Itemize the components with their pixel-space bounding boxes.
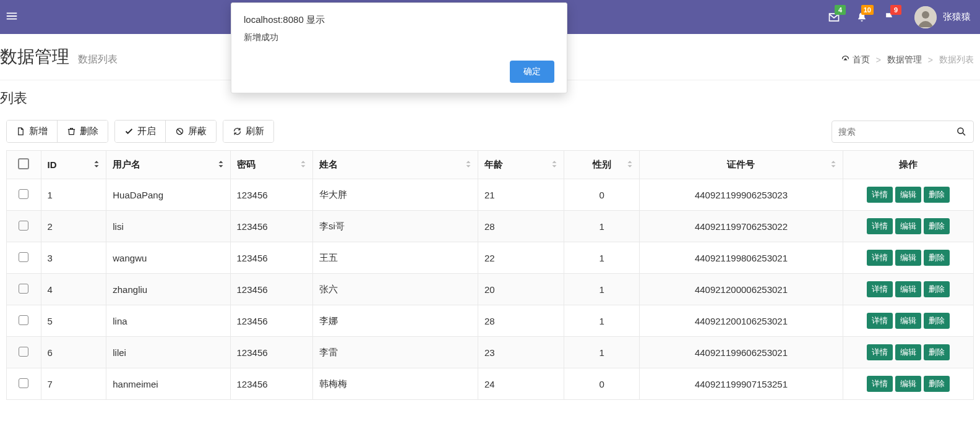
- sort-icon: [92, 159, 101, 170]
- cell-password: 123456: [230, 368, 312, 400]
- row-delete-button[interactable]: 删除: [924, 344, 950, 360]
- cell-sex: 1: [564, 305, 640, 337]
- cell-sex: 1: [564, 242, 640, 274]
- cell-cert: 440921199907153251: [640, 368, 843, 400]
- cell-username: hanmeimei: [106, 368, 230, 400]
- page-title: 数据管理: [0, 45, 69, 69]
- breadcrumb-sep: >: [928, 55, 933, 65]
- col-header-password[interactable]: 密码: [230, 151, 312, 179]
- detail-button[interactable]: 详情: [867, 250, 893, 266]
- dialog-ok-button[interactable]: 确定: [510, 61, 554, 83]
- delete-button[interactable]: 删除: [58, 121, 108, 142]
- breadcrumb-last: 数据列表: [939, 54, 974, 66]
- detail-button[interactable]: 详情: [867, 281, 893, 297]
- row-checkbox[interactable]: [19, 284, 28, 294]
- row-checkbox[interactable]: [19, 221, 28, 231]
- cell-id: 6: [41, 337, 106, 368]
- cell-username: HuaDaPang: [106, 179, 230, 211]
- edit-button[interactable]: 编辑: [895, 344, 921, 360]
- detail-button[interactable]: 详情: [867, 313, 893, 329]
- row-checkbox[interactable]: [19, 315, 28, 325]
- row-checkbox[interactable]: [19, 378, 28, 388]
- col-header-sex[interactable]: 性别: [564, 151, 640, 179]
- row-checkbox[interactable]: [19, 189, 28, 199]
- mail-badge: 4: [835, 5, 846, 15]
- cell-age: 28: [478, 305, 564, 337]
- select-all-checkbox[interactable]: [18, 158, 29, 169]
- detail-button[interactable]: 详情: [867, 218, 893, 234]
- search-input[interactable]: [838, 127, 956, 137]
- cell-name: 张六: [313, 274, 478, 305]
- enable-button[interactable]: 开启: [115, 121, 166, 142]
- detail-button[interactable]: 详情: [867, 187, 893, 203]
- col-header-username[interactable]: 用户名: [106, 151, 230, 179]
- cell-id: 3: [41, 242, 106, 274]
- row-delete-button[interactable]: 删除: [924, 250, 950, 266]
- table-row: 6lilei123456李雷231440921199606253021详情编辑删…: [7, 337, 974, 368]
- menu-toggle-button[interactable]: [0, 9, 31, 25]
- detail-button[interactable]: 详情: [867, 376, 893, 392]
- add-button[interactable]: 新增: [7, 121, 58, 142]
- refresh-button[interactable]: 刷新: [223, 121, 273, 142]
- cell-cert: 440921200006253021: [640, 274, 843, 305]
- page-subtitle: 数据列表: [78, 53, 118, 66]
- row-delete-button[interactable]: 删除: [924, 376, 950, 392]
- search-icon[interactable]: [956, 126, 967, 137]
- cell-ops: 详情编辑删除: [843, 305, 973, 337]
- cell-username: zhangliu: [106, 274, 230, 305]
- row-checkbox[interactable]: [19, 252, 28, 262]
- col-header-name[interactable]: 姓名: [313, 151, 478, 179]
- flag-button[interactable]: 9: [875, 0, 903, 34]
- cell-password: 123456: [230, 211, 312, 242]
- svg-point-3: [958, 128, 963, 134]
- cell-cert: 440921199806253021: [640, 242, 843, 274]
- user-menu[interactable]: 张猿猿: [914, 6, 971, 28]
- table-row: 4zhangliu123456张六201440921200006253021详情…: [7, 274, 974, 305]
- cell-sex: 1: [564, 211, 640, 242]
- edit-button[interactable]: 编辑: [895, 218, 921, 234]
- row-delete-button[interactable]: 删除: [924, 187, 950, 203]
- detail-button[interactable]: 详情: [867, 344, 893, 360]
- row-checkbox[interactable]: [19, 347, 28, 357]
- row-delete-button[interactable]: 删除: [924, 313, 950, 329]
- col-header-age[interactable]: 年龄: [478, 151, 564, 179]
- dialog-message: 新增成功: [244, 32, 554, 43]
- col-header-id[interactable]: ID: [41, 151, 106, 179]
- col-header-cert[interactable]: 证件号: [640, 151, 843, 179]
- cell-cert: 440921199606253021: [640, 337, 843, 368]
- avatar: [914, 6, 937, 28]
- breadcrumb-home[interactable]: 首页: [841, 54, 870, 66]
- edit-button[interactable]: 编辑: [895, 313, 921, 329]
- cell-cert: 440921199706253022: [640, 211, 843, 242]
- cell-password: 123456: [230, 274, 312, 305]
- edit-button[interactable]: 编辑: [895, 187, 921, 203]
- cell-ops: 详情编辑删除: [843, 179, 973, 211]
- cell-cert: 440921199906253023: [640, 179, 843, 211]
- breadcrumb-mid[interactable]: 数据管理: [887, 54, 922, 66]
- svg-point-1: [922, 11, 929, 19]
- user-name: 张猿猿: [943, 11, 971, 23]
- cell-ops: 详情编辑删除: [843, 337, 973, 368]
- cell-password: 123456: [230, 337, 312, 368]
- sort-icon: [299, 159, 307, 170]
- table-row: 2lisi123456李si哥281440921199706253022详情编辑…: [7, 211, 974, 242]
- edit-button[interactable]: 编辑: [895, 376, 921, 392]
- cell-name: 韩梅梅: [313, 368, 478, 400]
- cell-password: 123456: [230, 179, 312, 211]
- row-delete-button[interactable]: 删除: [924, 281, 950, 297]
- dialog-title: localhost:8080 显示: [244, 14, 554, 26]
- cell-name: 李si哥: [313, 211, 478, 242]
- file-icon: [16, 127, 25, 136]
- sort-icon: [550, 159, 559, 170]
- edit-button[interactable]: 编辑: [895, 281, 921, 297]
- notifications-button[interactable]: 10: [848, 0, 875, 34]
- row-delete-button[interactable]: 删除: [924, 218, 950, 234]
- cell-sex: 0: [564, 368, 640, 400]
- table-row: 3wangwu123456王五221440921199806253021详情编辑…: [7, 242, 974, 274]
- edit-button[interactable]: 编辑: [895, 250, 921, 266]
- cell-sex: 1: [564, 337, 640, 368]
- block-button[interactable]: 屏蔽: [166, 121, 216, 142]
- sort-icon: [829, 159, 838, 170]
- mail-button[interactable]: 4: [820, 0, 848, 34]
- cell-age: 28: [478, 211, 564, 242]
